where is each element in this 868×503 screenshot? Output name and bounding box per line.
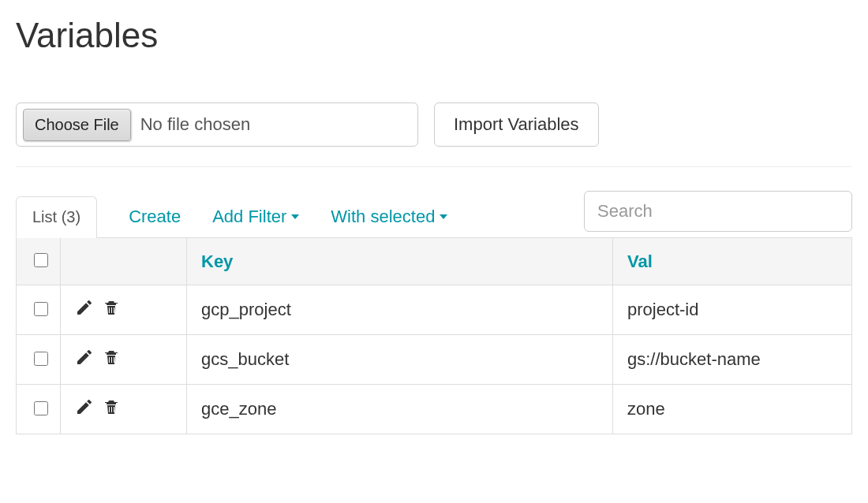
search-box [584,191,852,232]
cell-val: gs://bucket-name [613,335,852,385]
create-link[interactable]: Create [129,207,181,238]
file-input[interactable]: Choose File No file chosen [16,102,418,147]
edit-button[interactable] [75,348,94,367]
import-variables-button[interactable]: Import Variables [434,102,599,147]
row-checkbox[interactable] [34,401,48,415]
tab-list[interactable]: List (3) [16,196,97,238]
row-checkbox[interactable] [34,352,48,366]
choose-file-button[interactable]: Choose File [23,109,131,141]
cell-val: zone [613,385,852,434]
toolbar: List (3) Create Add Filter With selected [16,191,852,238]
caret-down-icon [440,214,447,219]
cell-val: project-id [613,285,852,335]
select-all-checkbox[interactable] [34,253,48,267]
row-checkbox[interactable] [34,302,48,316]
upload-row: Choose File No file chosen Import Variab… [16,102,852,147]
file-status-text: No file chosen [140,114,250,135]
column-header-val[interactable]: Val [613,238,852,285]
pencil-icon [75,348,94,367]
with-selected-dropdown[interactable]: With selected [331,207,447,238]
delete-button[interactable] [102,397,121,416]
table-header-row: Key Val [17,238,852,285]
add-filter-label: Add Filter [212,207,286,227]
column-header-key[interactable]: Key [187,238,613,285]
with-selected-label: With selected [331,207,435,227]
select-all-cell [17,238,61,285]
edit-button[interactable] [75,298,94,317]
cell-key: gcs_bucket [187,335,613,385]
edit-button[interactable] [75,397,94,416]
variables-table: Key Val gcp_project project-id [16,237,852,434]
cell-key: gcp_project [187,285,613,335]
search-input[interactable] [584,191,852,232]
caret-down-icon [291,214,299,219]
trash-icon [102,298,121,317]
add-filter-dropdown[interactable]: Add Filter [212,207,299,238]
pencil-icon [75,298,94,317]
table-row: gce_zone zone [17,385,852,434]
page-title: Variables [16,16,852,55]
delete-button[interactable] [102,348,121,367]
trash-icon [102,397,121,416]
delete-button[interactable] [102,298,121,317]
cell-key: gce_zone [187,385,613,434]
table-row: gcs_bucket gs://bucket-name [17,335,852,385]
actions-header [61,238,187,285]
pencil-icon [75,397,94,416]
divider [16,166,852,167]
trash-icon [102,348,121,367]
table-row: gcp_project project-id [17,285,852,335]
